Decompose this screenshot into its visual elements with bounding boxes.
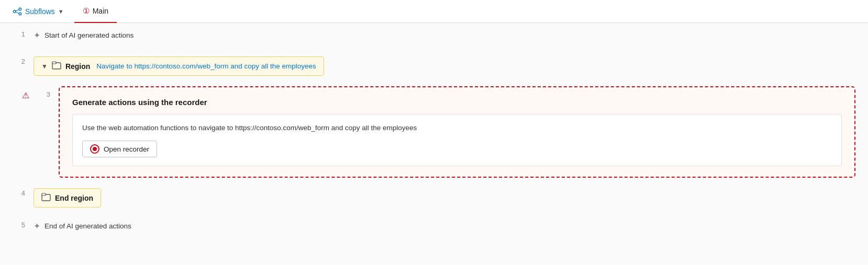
region-header[interactable]: ▼ Region Navigate to https://contoso.com… [34,56,324,76]
line-number-5: 5 [13,214,34,229]
tab-bar: Subflows ▼ ① Main [0,0,868,23]
flow-content-4: End region [34,182,855,214]
chevron-down-icon: ▼ [58,8,64,15]
region-chevron-icon: ▼ [41,63,48,70]
sparkle-icon-5: ✦ [34,221,40,231]
sparkle-icon-1: ✦ [34,30,40,40]
start-ai-actions-label: ✦ Start of AI generated actions [34,26,855,44]
generate-box-text: Use the web automation functions to navi… [82,123,832,133]
svg-point-1 [19,8,21,10]
flow-content-2: ▼ Region Navigate to https://contoso.com… [34,50,855,82]
flow-row-2: 2 ▼ Region Navigate to https://contoso.c… [0,50,868,82]
generate-box-wrap: Generate actions using the recorder Use … [54,82,855,182]
svg-line-3 [16,9,19,11]
flow-content-5: ✦ End of AI generated actions [34,214,855,238]
subflows-icon [13,7,22,16]
warning-icon: ⚠ [22,90,29,100]
tab-warning-icon: ① [83,6,90,16]
svg-point-0 [13,10,16,13]
line-number-4: 4 [13,182,34,197]
end-ai-text: End of AI generated actions [44,222,131,230]
flow-row-5: 5 ✦ End of AI generated actions [0,214,868,241]
flow-row-3: ⚠ 3 Generate actions using the recorder … [0,82,868,182]
warning-col: ⚠ [13,82,34,100]
line-number-3: 3 [34,82,54,98]
subflows-button[interactable]: Subflows ▼ [8,5,68,18]
line-number-2: 2 [13,50,34,65]
main-tab-label: Main [93,7,108,15]
generate-box-title: Generate actions using the recorder [72,98,842,107]
svg-rect-8 [42,193,46,195]
open-recorder-label: Open recorder [104,145,149,153]
region-description: Navigate to https://contoso.com/web_form… [96,62,316,70]
start-ai-text: Start of AI generated actions [44,31,133,39]
svg-point-2 [19,13,21,15]
end-region-icon [41,193,51,203]
end-region-tag[interactable]: End region [34,188,101,208]
flow-row-1: 1 ✦ Start of AI generated actions [0,23,868,50]
generate-box-inner: Use the web automation functions to navi… [72,114,842,166]
flow-canvas: 1 ✦ Start of AI generated actions 2 ▼ Re… [0,23,868,265]
svg-rect-6 [52,62,56,64]
generate-box: Generate actions using the recorder Use … [59,86,855,178]
line-number-1: 1 [13,23,34,38]
region-label: Region [65,62,90,71]
end-region-label: End region [55,194,93,202]
recorder-icon [90,144,99,154]
open-recorder-button[interactable]: Open recorder [82,141,157,157]
end-ai-actions-label: ✦ End of AI generated actions [34,217,855,235]
main-tab[interactable]: ① Main [74,0,117,23]
flow-row-4: 4 End region [0,182,868,214]
recorder-dot [93,147,97,151]
subflows-label: Subflows [25,7,55,16]
svg-line-4 [16,11,19,13]
region-icon [52,61,61,71]
flow-content-1: ✦ Start of AI generated actions [34,23,855,48]
